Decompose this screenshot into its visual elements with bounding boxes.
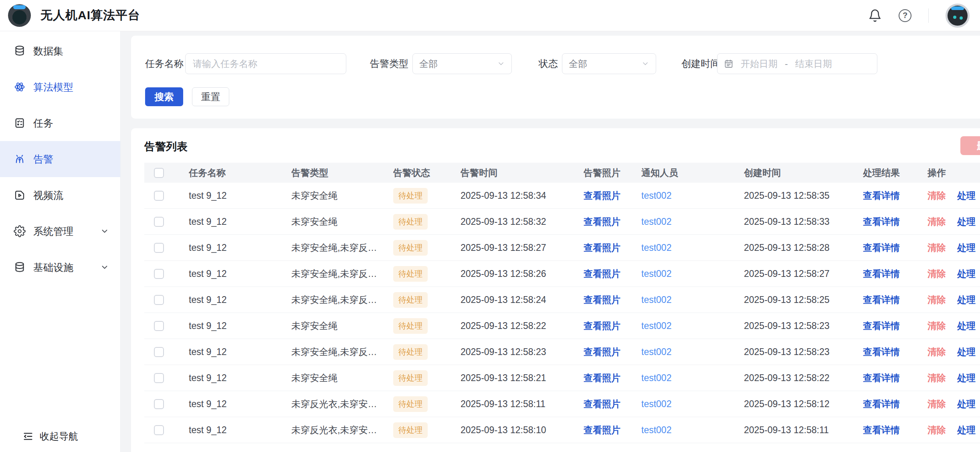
status-select[interactable]: 全部 xyxy=(562,53,656,74)
clear-link[interactable]: 清除 xyxy=(927,398,946,410)
collapse-nav-button[interactable]: 收起导航 xyxy=(0,427,120,446)
notify-user-link[interactable]: test002 xyxy=(641,321,671,331)
view-detail-link[interactable]: 查看详情 xyxy=(863,190,900,201)
row-checkbox[interactable] xyxy=(154,295,164,305)
col-alert-type: 告警类型 xyxy=(291,167,393,179)
handle-link[interactable]: 处理 xyxy=(957,424,976,436)
sidebar-item-dataset[interactable]: 数据集 xyxy=(0,33,120,69)
view-photo-link[interactable]: 查看照片 xyxy=(584,268,620,279)
row-checkbox[interactable] xyxy=(154,373,164,383)
help-icon[interactable]: ? xyxy=(899,9,911,22)
cell-alert-time: 2025-09-13 12:58:26 xyxy=(461,268,584,279)
notify-user-link[interactable]: test002 xyxy=(641,347,671,357)
notify-user-link[interactable]: test002 xyxy=(641,268,671,279)
clear-link[interactable]: 清除 xyxy=(927,190,946,202)
view-photo-link[interactable]: 查看照片 xyxy=(584,373,620,383)
alert-type-select[interactable]: 全部 xyxy=(412,53,512,74)
handle-link[interactable]: 处理 xyxy=(957,216,976,228)
task-name-placeholder: 请输入任务名称 xyxy=(193,58,257,70)
date-range-separator: - xyxy=(785,59,788,69)
row-checkbox[interactable] xyxy=(154,425,164,435)
chevron-down-icon xyxy=(100,263,109,272)
sidebar-item-label: 告警 xyxy=(33,153,53,166)
notify-user-link[interactable]: test002 xyxy=(641,190,671,201)
cell-alert-type: 未穿安全绳 xyxy=(291,190,393,202)
view-detail-link[interactable]: 查看详情 xyxy=(863,295,900,305)
user-avatar[interactable] xyxy=(946,4,970,28)
task-name-input[interactable]: 请输入任务名称 xyxy=(185,53,346,74)
status-badge: 待处理 xyxy=(393,214,428,230)
view-detail-link[interactable]: 查看详情 xyxy=(863,373,900,383)
sidebar-item-label: 系统管理 xyxy=(33,225,73,238)
date-range-picker[interactable]: 开始日期 - 结束日期 xyxy=(717,53,877,74)
notify-user-link[interactable]: test002 xyxy=(641,399,671,409)
clear-link[interactable]: 清除 xyxy=(927,216,946,228)
notify-user-link[interactable]: test002 xyxy=(641,373,671,383)
select-all-checkbox[interactable] xyxy=(154,168,164,178)
status-badge: 待处理 xyxy=(393,266,428,282)
handle-link[interactable]: 处理 xyxy=(957,320,976,332)
view-detail-link[interactable]: 查看详情 xyxy=(863,399,900,409)
row-checkbox[interactable] xyxy=(154,191,164,201)
handle-link[interactable]: 处理 xyxy=(957,268,976,280)
delete-button[interactable]: 删除 xyxy=(960,136,980,155)
view-photo-link[interactable]: 查看照片 xyxy=(584,216,620,227)
sidebar-item-alert[interactable]: 告警 xyxy=(0,141,120,177)
handle-link[interactable]: 处理 xyxy=(957,190,976,202)
reset-button[interactable]: 重置 xyxy=(192,87,229,106)
table-row: test 9_12 未穿安全绳,未穿反… 待处理 2025-09-13 12:5… xyxy=(144,235,980,261)
clear-link[interactable]: 清除 xyxy=(927,268,946,280)
view-detail-link[interactable]: 查看详情 xyxy=(863,268,900,279)
clear-link[interactable]: 清除 xyxy=(927,424,946,436)
checklist-icon xyxy=(14,117,26,129)
view-photo-link[interactable]: 查看照片 xyxy=(584,295,620,305)
row-checkbox[interactable] xyxy=(154,399,164,409)
cell-alert-type: 未穿反光衣,未穿安… xyxy=(291,424,393,436)
clear-link[interactable]: 清除 xyxy=(927,320,946,332)
view-detail-link[interactable]: 查看详情 xyxy=(863,321,900,331)
handle-link[interactable]: 处理 xyxy=(957,372,976,384)
cell-alert-time: 2025-09-13 12:58:11 xyxy=(461,399,584,410)
row-checkbox[interactable] xyxy=(154,269,164,279)
handle-link[interactable]: 处理 xyxy=(957,242,976,254)
header-divider xyxy=(928,8,929,23)
sidebar-item-video-stream[interactable]: 视频流 xyxy=(0,177,120,213)
clear-link[interactable]: 清除 xyxy=(927,372,946,384)
clear-link[interactable]: 清除 xyxy=(927,346,946,358)
view-detail-link[interactable]: 查看详情 xyxy=(863,216,900,227)
handle-link[interactable]: 处理 xyxy=(957,346,976,358)
notify-user-link[interactable]: test002 xyxy=(641,216,671,227)
view-photo-link[interactable]: 查看照片 xyxy=(584,242,620,253)
row-checkbox[interactable] xyxy=(154,243,164,253)
notify-user-link[interactable]: test002 xyxy=(641,425,671,435)
row-checkbox[interactable] xyxy=(154,347,164,357)
view-photo-link[interactable]: 查看照片 xyxy=(584,347,620,357)
notify-user-link[interactable]: test002 xyxy=(641,295,671,305)
cell-alert-type: 未穿安全绳,未穿反… xyxy=(291,268,393,280)
view-photo-link[interactable]: 查看照片 xyxy=(584,190,620,201)
view-photo-link[interactable]: 查看照片 xyxy=(584,399,620,409)
notification-bell-icon[interactable] xyxy=(868,9,882,22)
col-task-name: 任务名称 xyxy=(189,167,291,179)
handle-link[interactable]: 处理 xyxy=(957,398,976,410)
sidebar-item-algorithm-model[interactable]: 算法模型 xyxy=(0,69,120,105)
row-checkbox[interactable] xyxy=(154,217,164,227)
cell-create-time: 2025-09-13 12:58:35 xyxy=(744,190,863,201)
view-detail-link[interactable]: 查看详情 xyxy=(863,242,900,253)
chevron-down-icon xyxy=(497,60,505,68)
view-photo-link[interactable]: 查看照片 xyxy=(584,321,620,331)
clear-link[interactable]: 清除 xyxy=(927,242,946,254)
search-button[interactable]: 搜索 xyxy=(145,87,183,106)
handle-link[interactable]: 处理 xyxy=(957,294,976,306)
row-checkbox[interactable] xyxy=(154,321,164,331)
view-photo-link[interactable]: 查看照片 xyxy=(584,425,620,435)
view-detail-link[interactable]: 查看详情 xyxy=(863,425,900,435)
notify-user-link[interactable]: test002 xyxy=(641,242,671,253)
sidebar-item-system-management[interactable]: 系统管理 xyxy=(0,213,120,249)
clear-link[interactable]: 清除 xyxy=(927,294,946,306)
view-detail-link[interactable]: 查看详情 xyxy=(863,347,900,357)
cell-task-name: test 9_12 xyxy=(189,321,291,331)
cell-create-time: 2025-09-13 12:58:27 xyxy=(744,268,863,279)
sidebar-item-task[interactable]: 任务 xyxy=(0,105,120,141)
sidebar-item-infrastructure[interactable]: 基础设施 xyxy=(0,249,120,285)
